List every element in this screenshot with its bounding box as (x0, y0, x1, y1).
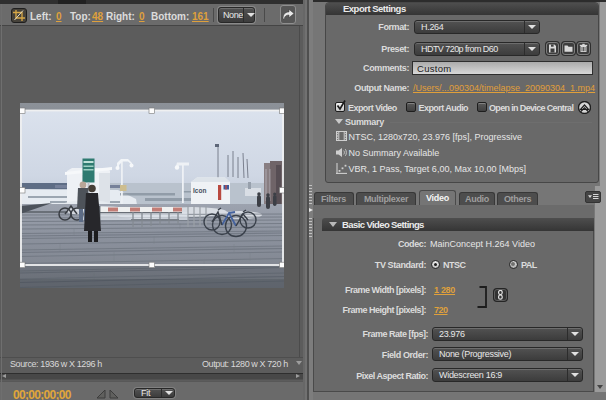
svg-text:Icon: Icon (193, 187, 206, 194)
